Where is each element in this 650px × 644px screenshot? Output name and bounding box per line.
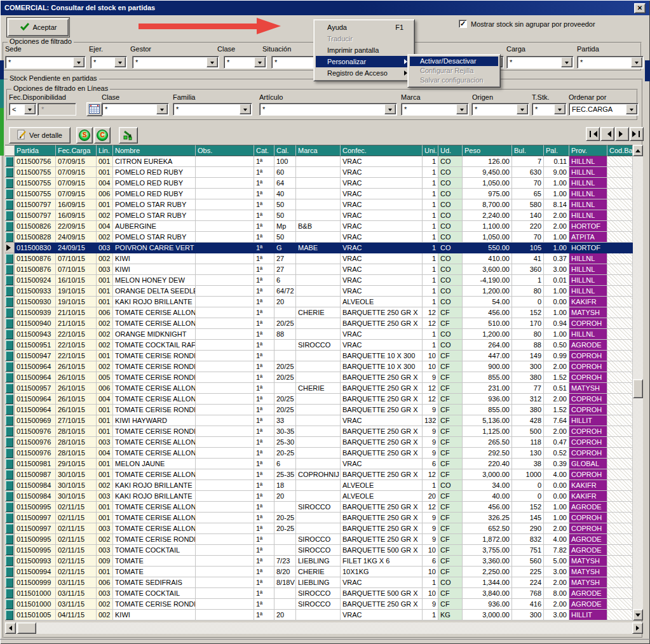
- cell-lin[interactable]: 003: [97, 588, 113, 599]
- cell-obs[interactable]: [196, 448, 254, 459]
- cell-cat[interactable]: 1ª: [254, 167, 274, 178]
- gestor-select[interactable]: *: [132, 56, 219, 69]
- cell-ud[interactable]: CF: [438, 513, 463, 523]
- row-selector[interactable]: [5, 329, 15, 340]
- grid-export-button[interactable]: [119, 127, 138, 144]
- cell-ud[interactable]: CF: [438, 567, 463, 577]
- cell-cat[interactable]: 1ª: [254, 426, 274, 437]
- cell-marca[interactable]: [296, 405, 341, 415]
- cell-obs[interactable]: [196, 415, 254, 426]
- cell-pal[interactable]: 2.00: [544, 394, 569, 405]
- cell-pal[interactable]: 0.37: [544, 253, 569, 264]
- cell-ud[interactable]: CO: [438, 199, 463, 210]
- cell-bul[interactable]: 152: [512, 307, 544, 318]
- cell-cal[interactable]: 33: [274, 415, 296, 426]
- clase-lineas-select[interactable]: *: [102, 103, 169, 116]
- cell-partida[interactable]: 011500755: [15, 167, 56, 178]
- cell-ud[interactable]: CO: [438, 221, 463, 232]
- cell-uni[interactable]: 1: [423, 167, 438, 178]
- cell-partida[interactable]: 011500826: [15, 221, 56, 232]
- cell-fec-carga[interactable]: 22/10/15: [56, 340, 97, 351]
- cell-bul[interactable]: 312: [512, 394, 544, 405]
- cell-nombre[interactable]: TOMATE CERISE ALLON: [113, 513, 196, 523]
- header-cell-confec[interactable]: Confec.: [341, 145, 423, 156]
- cell-partida[interactable]: 011500797: [15, 210, 56, 221]
- cell-lin[interactable]: 003: [97, 545, 113, 556]
- table-row[interactable]: 01150087607/10/15002KIWI1ª27VRAC1CO410.0…: [5, 253, 633, 264]
- cell-marca[interactable]: [296, 189, 341, 199]
- cell-pal[interactable]: 1.00: [544, 502, 569, 513]
- cell-nombre[interactable]: CITRON EUREKA: [113, 156, 196, 167]
- cell-bul[interactable]: 0: [512, 480, 544, 491]
- row-selector[interactable]: [5, 523, 15, 534]
- cell-partida[interactable]: 011500930: [15, 297, 56, 307]
- chevron-down-icon[interactable]: [631, 57, 642, 67]
- cell-cat[interactable]: 1ª: [254, 361, 274, 372]
- cell-lin[interactable]: 004: [97, 178, 113, 189]
- cell-ud[interactable]: CF: [438, 426, 463, 437]
- cell-pal[interactable]: 2.00: [544, 523, 569, 534]
- cell-cat[interactable]: 1ª: [254, 383, 274, 394]
- header-cell-uni[interactable]: Uni.: [423, 145, 438, 156]
- cell-bul[interactable]: 751: [512, 545, 544, 556]
- row-selector[interactable]: [5, 480, 15, 491]
- menu-item-ayuda[interactable]: AyudaF1: [316, 22, 412, 33]
- cell-cod-barras[interactable]: [607, 394, 633, 405]
- cell-uni[interactable]: 12: [423, 307, 438, 318]
- header-cell-cal[interactable]: Cal.: [274, 145, 296, 156]
- cell-cat[interactable]: 1ª: [254, 588, 274, 599]
- articulo-select[interactable]: *: [259, 103, 397, 116]
- cell-cal[interactable]: 60: [274, 167, 296, 178]
- cell-nombre[interactable]: TOMATE CERISE ALLON: [113, 448, 196, 459]
- cell-cat[interactable]: 1ª: [254, 545, 274, 556]
- cell-marca[interactable]: [296, 329, 341, 340]
- cell-pal[interactable]: 5.00: [544, 556, 569, 567]
- table-row[interactable]: 01150094021/10/15002TOMATE CERISE ALLON1…: [5, 318, 633, 329]
- cell-uni[interactable]: 9: [423, 426, 438, 437]
- cell-partida[interactable]: 011500964: [15, 394, 56, 405]
- cell-peso[interactable]: 54.00: [463, 297, 512, 307]
- cell-fec-carga[interactable]: 07/10/15: [56, 264, 97, 275]
- cell-uni[interactable]: 9: [423, 372, 438, 383]
- cell-cod-barras[interactable]: [607, 588, 633, 599]
- cell-confec[interactable]: BARQUETTE 250 GR X: [341, 405, 423, 415]
- cell-marca[interactable]: [296, 275, 341, 286]
- cell-cod-barras[interactable]: [607, 523, 633, 534]
- cell-cal[interactable]: 8/20: [274, 567, 296, 577]
- cell-partida[interactable]: 011500924: [15, 275, 56, 286]
- cell-cal[interactable]: 64: [274, 178, 296, 189]
- cell-bul[interactable]: 65: [512, 189, 544, 199]
- cell-cat[interactable]: 1ª: [254, 253, 274, 264]
- cell-cat[interactable]: 1ª: [254, 502, 274, 513]
- cell-bul[interactable]: 560: [512, 556, 544, 567]
- cell-ud[interactable]: CF: [438, 351, 463, 361]
- cell-pal[interactable]: 0.00: [544, 297, 569, 307]
- ordenar-por-select[interactable]: FEC.CARGA: [569, 103, 639, 116]
- cell-uni[interactable]: 1: [423, 610, 438, 621]
- cell-uni[interactable]: 1: [423, 243, 438, 253]
- row-selector[interactable]: [5, 577, 15, 588]
- cell-uni[interactable]: 1: [423, 329, 438, 340]
- cell-fec-carga[interactable]: 28/10/15: [56, 426, 97, 437]
- cell-obs[interactable]: [196, 372, 254, 383]
- cell-pal[interactable]: 1.52: [544, 405, 569, 415]
- cell-obs[interactable]: [196, 243, 254, 253]
- cell-peso[interactable]: 126.00: [463, 156, 512, 167]
- cell-pal[interactable]: 2.00: [544, 599, 569, 610]
- cell-obs[interactable]: [196, 264, 254, 275]
- cell-nombre[interactable]: TOMATE CERISE ALLON: [113, 437, 196, 448]
- cell-cod-barras[interactable]: [607, 448, 633, 459]
- cell-pal[interactable]: 3.00: [544, 264, 569, 275]
- row-selector[interactable]: [5, 588, 15, 599]
- cell-ud[interactable]: CF: [438, 307, 463, 318]
- cell-marca[interactable]: COPROHNIJ: [296, 469, 341, 480]
- cell-fec-carga[interactable]: 26/10/15: [56, 405, 97, 415]
- table-row[interactable]: 01150099903/11/15006TOMATE SEDIFRAIS1ª8/…: [5, 577, 633, 588]
- cell-ud[interactable]: CF: [438, 415, 463, 426]
- cell-prov[interactable]: HILLIT: [569, 415, 607, 426]
- cell-bul[interactable]: 500: [512, 426, 544, 437]
- cell-ud[interactable]: CO: [438, 156, 463, 167]
- cell-peso[interactable]: 3,840.00: [463, 588, 512, 599]
- cell-marca[interactable]: [296, 513, 341, 523]
- cell-cod-barras[interactable]: [607, 210, 633, 221]
